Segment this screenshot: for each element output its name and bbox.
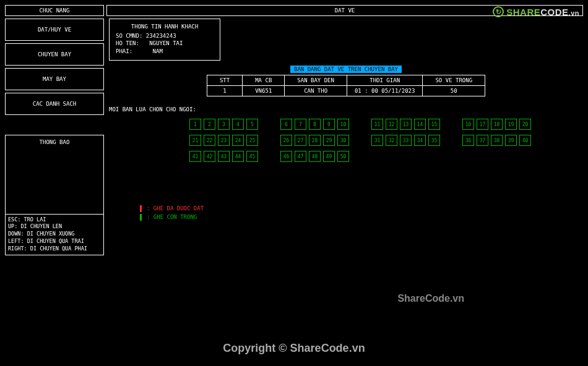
th-ma-cb: MA CB: [243, 75, 285, 86]
seat-34[interactable]: 34: [414, 135, 426, 146]
choose-seat-label: MOI BAN LUA CHON CHO NGOI:: [109, 106, 583, 113]
td-so-ve-trong: 50: [423, 86, 485, 96]
seat-6[interactable]: 6: [280, 119, 292, 130]
seat-1[interactable]: 1: [189, 119, 201, 130]
phai-value: NAM: [153, 48, 163, 54]
seat-23[interactable]: 23: [218, 135, 230, 146]
seat-9[interactable]: 9: [323, 119, 335, 130]
seat-24[interactable]: 24: [232, 135, 244, 146]
seat-26[interactable]: 26: [280, 135, 292, 146]
chuc-nang-header: CHUC NANG: [5, 5, 104, 16]
seat-17[interactable]: 17: [477, 119, 488, 130]
seat-40[interactable]: 40: [519, 135, 531, 146]
menu-dat-huy-ve[interactable]: DAT/HUY VE: [5, 19, 104, 41]
seat-group: 678910: [280, 119, 349, 130]
flight-row[interactable]: 1 VN651 CAN THO 01 : 00 05/11/2023 50: [207, 86, 485, 96]
phai-label: PHAI:: [116, 48, 132, 54]
seat-8[interactable]: 8: [309, 119, 321, 130]
seat-11[interactable]: 11: [371, 119, 383, 130]
seat-group: 3637383940: [462, 135, 531, 146]
menu-may-bay[interactable]: MAY BAY: [5, 68, 104, 90]
legend: : GHE DA DUOC DAT : GHE CON TRONG: [140, 205, 204, 221]
seat-row: 41424344454647484950: [189, 151, 583, 162]
seat-45[interactable]: 45: [246, 151, 258, 162]
seat-47[interactable]: 47: [295, 151, 306, 162]
seat-33[interactable]: 33: [400, 135, 412, 146]
passenger-info: THONG TIN HANH KHACH SO CMND: 234234243 …: [109, 19, 220, 61]
seat-49[interactable]: 49: [323, 151, 335, 162]
seat-44[interactable]: 44: [232, 151, 244, 162]
th-san-bay-den: SAN BAY DEN: [285, 75, 347, 86]
seat-13[interactable]: 13: [400, 119, 412, 130]
menu-chuyen-bay[interactable]: CHUYEN BAY: [5, 43, 104, 66]
seat-group: 1112131415: [371, 119, 440, 130]
watermark-suffix: .vn: [569, 9, 579, 17]
watermark-mid: ShareCode.vn: [397, 293, 464, 304]
seat-37[interactable]: 37: [477, 135, 488, 146]
seat-22[interactable]: 22: [204, 135, 215, 146]
key-esc: ESC: TRO LAI: [8, 216, 101, 224]
th-so-ve-trong: SO VE TRONG: [423, 75, 485, 86]
seat-group: 2627282930: [280, 135, 349, 146]
td-thoi-gian: 01 : 00 05/11/2023: [347, 86, 423, 96]
th-thoi-gian: THOI GIAN: [347, 75, 423, 86]
seat-46[interactable]: 46: [280, 151, 292, 162]
watermark-logo: SHARECODE.vn: [493, 6, 579, 17]
watermark-bottom: Copyright © ShareCode.vn: [0, 342, 588, 355]
seat-36[interactable]: 36: [462, 135, 474, 146]
th-stt: STT: [207, 75, 242, 86]
seat-4[interactable]: 4: [232, 119, 244, 130]
seat-16[interactable]: 16: [462, 119, 474, 130]
seat-10[interactable]: 10: [337, 119, 349, 130]
key-right: RIGHT: DI CHUYEN QUA PHAI: [8, 245, 101, 253]
seat-35[interactable]: 35: [428, 135, 440, 146]
seat-32[interactable]: 32: [386, 135, 397, 146]
seat-20[interactable]: 20: [519, 119, 531, 130]
seat-row: 2122232425262728293031323334353637383940: [189, 135, 583, 146]
seat-41[interactable]: 41: [189, 151, 201, 162]
thong-bao-title: THONG BAO: [6, 135, 103, 145]
seat-15[interactable]: 15: [428, 119, 440, 130]
recycle-icon: [493, 6, 504, 17]
passenger-title: THONG TIN HANH KHACH: [116, 23, 214, 31]
seat-39[interactable]: 39: [505, 135, 517, 146]
seat-18[interactable]: 18: [491, 119, 503, 130]
sidebar: DAT/HUY VE CHUYEN BAY MAY BAY CAC DANH S…: [5, 19, 104, 255]
seat-3[interactable]: 3: [218, 119, 230, 130]
help-keys: ESC: TRO LAI UP: DI CHUYEN LEN DOWN: DI …: [6, 214, 103, 255]
seat-31[interactable]: 31: [371, 135, 383, 146]
ho-ten-value: NGUYEN TAI: [149, 40, 183, 46]
seat-group: 1617181920: [462, 119, 531, 130]
seat-2[interactable]: 2: [204, 119, 215, 130]
key-up: UP: DI CHUYEN LEN: [8, 223, 101, 231]
key-left: LEFT: DI CHUYEN QUA TRAI: [8, 238, 101, 245]
seat-12[interactable]: 12: [386, 119, 397, 130]
seat-group: 12345: [189, 119, 258, 130]
td-stt: 1: [207, 86, 242, 96]
seat-42[interactable]: 42: [204, 151, 215, 162]
menu-cac-danh-sach[interactable]: CAC DANH SACH: [5, 93, 104, 115]
seat-28[interactable]: 28: [309, 135, 321, 146]
seat-7[interactable]: 7: [295, 119, 306, 130]
seat-group: 3132333435: [371, 135, 440, 146]
key-down: DOWN: DI CHUYEN XUONG: [8, 231, 101, 238]
seat-27[interactable]: 27: [295, 135, 306, 146]
td-ma-cb: VN651: [243, 86, 285, 96]
seat-48[interactable]: 48: [309, 151, 321, 162]
banner-text: BAN DANG DAT VE TREN CHUYEN BAY: [290, 66, 402, 73]
legend-free: : GHE CON TRONG: [147, 214, 197, 220]
seat-19[interactable]: 19: [505, 119, 517, 130]
seat-21[interactable]: 21: [189, 135, 201, 146]
seat-43[interactable]: 43: [218, 151, 230, 162]
seat-5[interactable]: 5: [246, 119, 258, 130]
seat-14[interactable]: 14: [414, 119, 426, 130]
seat-50[interactable]: 50: [337, 151, 349, 162]
seat-25[interactable]: 25: [246, 135, 258, 146]
seat-38[interactable]: 38: [491, 135, 503, 146]
banner: BAN DANG DAT VE TREN CHUYEN BAY: [109, 66, 583, 72]
seat-group: 4647484950: [280, 151, 349, 162]
seat-29[interactable]: 29: [323, 135, 335, 146]
thong-bao-panel: THONG BAO ESC: TRO LAI UP: DI CHUYEN LEN…: [5, 135, 104, 255]
seat-30[interactable]: 30: [337, 135, 349, 146]
seat-group: 2122232425: [189, 135, 258, 146]
